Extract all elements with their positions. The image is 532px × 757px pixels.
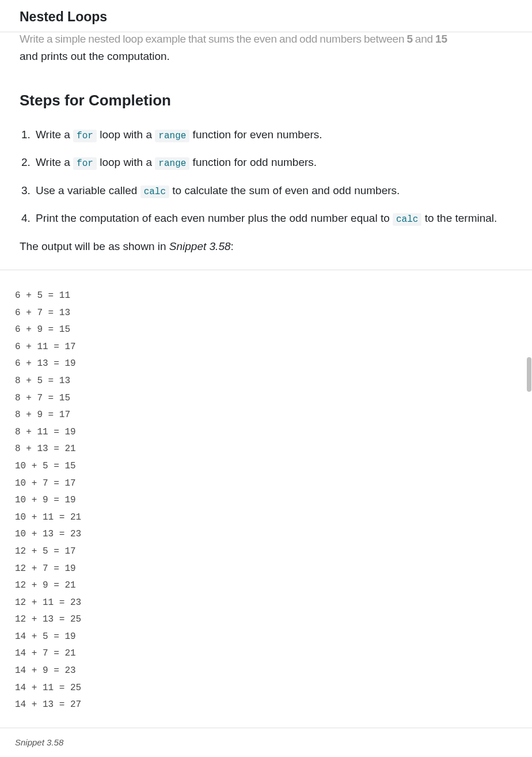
header-bar: Nested Loops [0,0,532,32]
step-item-2: Write a for loop with a range function f… [33,154,512,171]
step-text: loop with a [97,128,155,141]
step-text: function for even numbers. [189,128,322,141]
step-text: function for odd numbers. [189,156,317,168]
inline-code-calc: calc [140,186,169,198]
step-text: Write a [36,156,73,168]
step-text: Print the computation of each even numbe… [36,212,393,224]
inline-code-range: range [155,157,189,170]
intro-cut-line: Write a simple nested loop example that … [20,31,512,48]
step-text: to the terminal. [421,212,497,224]
inline-code-for: for [73,157,97,170]
step-text: Use a variable called [36,184,140,196]
intro-cut-bold-2: 15 [435,33,447,45]
scrollbar-thumb[interactable] [527,357,531,392]
output-intro: The output will be as shown in Snippet 3… [20,239,512,255]
step-text: Write a [36,128,73,141]
intro-line-2: and prints out the computation. [20,48,512,65]
output-intro-em: Snippet 3.58 [169,240,231,252]
intro-cut-prefix: Write a simple nested loop example that … [20,33,406,45]
inline-code-range: range [155,130,189,142]
output-intro-post: : [231,240,234,252]
scrollbar-track[interactable] [526,0,532,749]
step-text: to calculate the sum of even and odd num… [169,184,400,196]
inline-code-calc: calc [393,213,421,226]
page-title: Nested Loops [20,7,512,27]
steps-heading: Steps for Completion [20,89,512,112]
snippet-label: Snippet 3.58 [15,728,512,750]
intro-cut-bold-1: 5 [406,33,412,45]
content-area: Write a simple nested loop example that … [0,31,532,750]
steps-list: Write a for loop with a range function f… [20,127,512,227]
code-output: 6 + 5 = 11 6 + 7 = 13 6 + 9 = 15 6 + 11 … [15,287,517,714]
code-block-wrap: 6 + 5 = 11 6 + 7 = 13 6 + 9 = 15 6 + 11 … [0,270,532,728]
step-text: loop with a [97,156,155,168]
step-item-1: Write a for loop with a range function f… [33,127,512,143]
step-item-3: Use a variable called calc to calculate … [33,183,512,199]
intro-cut-mid: and [413,33,435,45]
output-intro-pre: The output will be as shown in [20,240,169,252]
step-item-4: Print the computation of each even numbe… [33,210,512,227]
inline-code-for: for [73,130,97,142]
